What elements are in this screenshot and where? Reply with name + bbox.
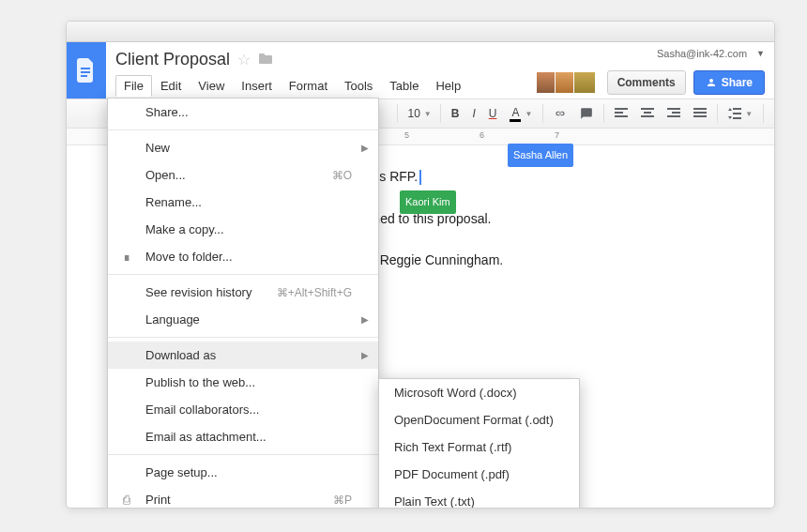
download-odt[interactable]: OpenDocument Format (.odt) [379, 406, 579, 433]
menu-insert[interactable]: Insert [233, 75, 281, 97]
underline-button[interactable]: U [483, 103, 503, 124]
app-window: Client Proposal ☆ File Edit View Insert … [66, 21, 775, 509]
menu-revision-history[interactable]: See revision history⌘+Alt+Shift+G [108, 279, 378, 306]
menu-help[interactable]: Help [427, 75, 469, 97]
svg-rect-15 [733, 108, 741, 110]
svg-rect-10 [672, 112, 680, 114]
bold-button[interactable]: B [446, 103, 465, 124]
collaborator-tag-blue: Sasha Allen [508, 144, 573, 167]
header-right: Sasha@ink-42.com ▼ [657, 48, 765, 59]
menu-file[interactable]: File [115, 75, 152, 97]
mac-titlebar [67, 22, 774, 42]
menu-open[interactable]: Open...⌘O [108, 161, 378, 189]
collaborator-avatars[interactable] [540, 71, 596, 94]
download-txt[interactable]: Plain Text (.txt) [379, 488, 579, 509]
account-dropdown-icon[interactable]: ▼ [756, 49, 765, 58]
menu-email-attachment[interactable]: Email as attachment... [108, 423, 378, 450]
menu-make-copy[interactable]: Make a copy... [108, 216, 378, 243]
svg-rect-14 [693, 115, 707, 117]
svg-rect-3 [615, 108, 628, 110]
chevron-right-icon: ▶ [361, 143, 369, 153]
menu-share[interactable]: Share... [108, 99, 378, 126]
svg-rect-17 [733, 117, 741, 119]
download-docx[interactable]: Microsoft Word (.docx) [379, 379, 579, 406]
star-icon[interactable]: ☆ [237, 51, 251, 68]
svg-rect-5 [615, 115, 628, 117]
print-icon: ⎙ [119, 493, 134, 507]
share-button[interactable]: Share [693, 70, 765, 95]
menu-table[interactable]: Table [381, 75, 427, 97]
text-color-button[interactable]: A▼ [504, 102, 538, 126]
avatar[interactable] [573, 71, 596, 94]
align-left-button[interactable] [609, 103, 633, 124]
menu-page-setup[interactable]: Page setup... [108, 459, 378, 486]
document-title[interactable]: Client Proposal [115, 50, 230, 69]
svg-rect-11 [667, 115, 680, 117]
user-email[interactable]: Sasha@ink-42.com [657, 48, 747, 59]
download-as-submenu: Microsoft Word (.docx) OpenDocument Form… [378, 378, 580, 509]
font-size-select[interactable]: 10▼ [403, 103, 435, 124]
comment-button[interactable] [574, 103, 599, 124]
chevron-right-icon: ▶ [361, 314, 369, 325]
folder-icon: ∎ [119, 250, 134, 264]
svg-rect-6 [641, 108, 654, 110]
italic-button[interactable]: I [466, 103, 480, 124]
menu-rename[interactable]: Rename... [108, 189, 378, 216]
cursor-blue [419, 170, 421, 185]
menu-edit[interactable]: Edit [152, 75, 190, 97]
download-rtf[interactable]: Rich Text Format (.rtf) [379, 433, 579, 461]
svg-rect-9 [667, 108, 680, 110]
link-button[interactable] [548, 103, 572, 124]
folder-icon[interactable] [258, 53, 273, 68]
align-right-button[interactable] [662, 103, 686, 124]
share-label: Share [722, 76, 753, 89]
svg-rect-13 [693, 112, 707, 114]
align-center-button[interactable] [635, 103, 660, 124]
svg-rect-7 [644, 112, 651, 114]
svg-rect-4 [615, 112, 623, 114]
svg-rect-16 [733, 113, 741, 114]
chevron-right-icon: ▶ [361, 350, 369, 360]
menu-print[interactable]: ⎙Print⌘P [108, 486, 378, 509]
svg-rect-12 [693, 108, 707, 110]
menu-move-to-folder[interactable]: ∎Move to folder... [108, 243, 378, 270]
menu-publish[interactable]: Publish to the web... [108, 369, 378, 396]
collaborator-tag-green: Kaori Kim [400, 190, 456, 214]
align-justify-button[interactable] [688, 103, 712, 124]
menu-tools[interactable]: Tools [336, 75, 381, 97]
file-menu-dropdown: Share... New▶ Open...⌘O Rename... Make a… [107, 98, 379, 509]
menu-language[interactable]: Language▶ [108, 306, 378, 333]
menu-format[interactable]: Format [281, 75, 336, 97]
menu-email-collaborators[interactable]: Email collaborators... [108, 396, 378, 423]
menu-view[interactable]: View [190, 75, 233, 97]
svg-rect-8 [641, 115, 654, 117]
line-spacing-button[interactable]: ▼ [723, 103, 758, 124]
comments-button[interactable]: Comments [607, 70, 686, 95]
menu-new[interactable]: New▶ [108, 134, 378, 161]
menu-download-as[interactable]: Download as▶ [108, 342, 378, 369]
header: Client Proposal ☆ File Edit View Insert … [67, 42, 774, 99]
download-pdf[interactable]: PDF Document (.pdf) [379, 461, 579, 488]
